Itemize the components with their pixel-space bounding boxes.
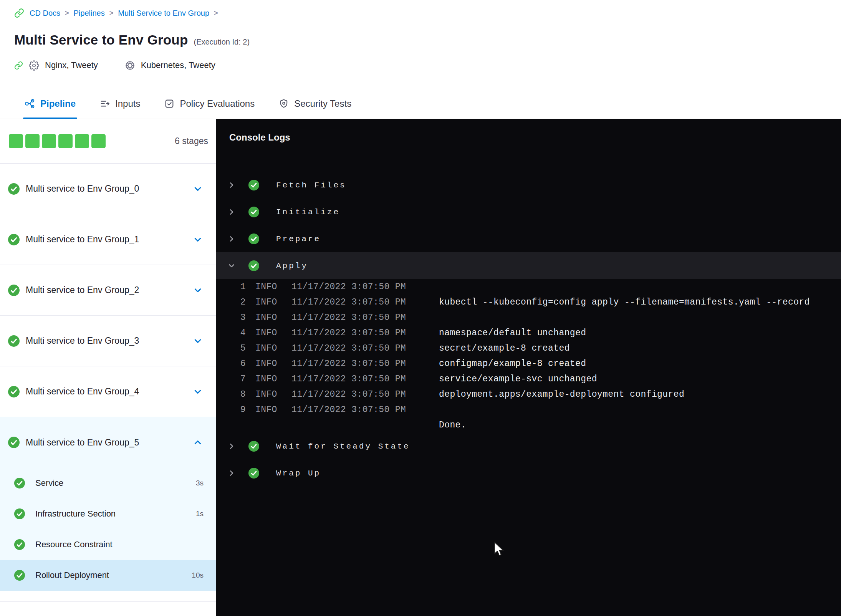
log-line: 3 INFO 11/17/2022 3:07:50 PM: [216, 310, 841, 325]
stage-row-multi-service-to-env-group-1[interactable]: Multi service to Env Group_1: [0, 214, 216, 265]
log-message: kubectl --kubeconfig=config apply --file…: [439, 297, 810, 307]
log-line-number: 7: [235, 374, 246, 384]
breadcrumb-separator: >: [214, 9, 218, 17]
chevron-down-icon[interactable]: [224, 262, 239, 270]
log-line: 2 INFO 11/17/2022 3:07:50 PM kubectl --k…: [216, 295, 841, 310]
sidebar-bottom-divider: [0, 591, 216, 602]
cd-link-icon: [14, 8, 24, 18]
chevron-up-icon[interactable]: [193, 438, 202, 447]
console-log-block: 1 INFO 11/17/2022 3:07:50 PM 2 INFO 11/1…: [216, 279, 841, 433]
step-success-check-icon: [248, 180, 259, 190]
log-level: INFO: [255, 405, 277, 415]
console-step-apply[interactable]: Apply: [216, 252, 841, 279]
step-row-service[interactable]: Service 3s: [0, 468, 216, 498]
step-row-infrastructure-section[interactable]: Infrastructure Section 1s: [0, 498, 216, 529]
stage-progress-squares: [9, 134, 106, 148]
console-step-wrap-up[interactable]: Wrap Up: [216, 460, 841, 487]
console-step-label: Wrap Up: [276, 469, 321, 478]
stage-row-multi-service-to-env-group-5[interactable]: Multi service to Env Group_5: [0, 417, 216, 468]
execution-header: CD Docs>Pipelines>Multi Service to Env G…: [0, 0, 841, 71]
log-line-number: 4: [235, 328, 246, 338]
environments-label: Kubernetes, Tweety: [141, 60, 215, 70]
log-line-number: 6: [235, 359, 246, 369]
step-success-check-icon: [248, 207, 259, 217]
stage-label: Multi service to Env Group_4: [26, 386, 193, 397]
log-line: 7 INFO 11/17/2022 3:07:50 PM service/exa…: [216, 371, 841, 387]
log-timestamp: 11/17/2022 3:07:50 PM: [291, 282, 406, 292]
log-line-number: 9: [235, 405, 246, 415]
stage-success-check-icon: [8, 285, 20, 296]
step-row-resource-constraint[interactable]: Resource Constraint: [0, 529, 216, 560]
step-duration: 10s: [192, 571, 204, 580]
console-step-initialize[interactable]: Initialize: [216, 199, 841, 225]
environment-icon: [125, 60, 135, 71]
log-timestamp: 11/17/2022 3:07:50 PM: [291, 343, 406, 353]
inputs-icon: [99, 98, 110, 109]
pipeline-execution-page: CD Docs>Pipelines>Multi Service to Env G…: [0, 0, 841, 616]
tab-security-tests[interactable]: Security Tests: [277, 88, 353, 119]
console-header: Console Logs: [216, 119, 841, 156]
breadcrumb-separator: >: [109, 9, 114, 17]
log-level: INFO: [255, 297, 277, 307]
log-line: Done.: [216, 417, 841, 433]
console-step-prepare[interactable]: Prepare: [216, 225, 841, 252]
step-row-rollout-deployment[interactable]: Rollout Deployment 10s: [0, 560, 216, 591]
chevron-right-icon[interactable]: [224, 208, 239, 216]
log-timestamp: 11/17/2022 3:07:50 PM: [291, 405, 406, 415]
log-message: configmap/example-8 created: [439, 359, 586, 369]
log-message: Done.: [439, 420, 466, 430]
tab-bar: PipelineInputsPolicy EvaluationsSecurity…: [0, 88, 841, 119]
stages-sidebar: 6 stages Multi service to Env Group_0 Mu…: [0, 119, 216, 616]
console-step-label: Initialize: [276, 208, 340, 217]
log-timestamp: 11/17/2022 3:07:50 PM: [291, 297, 406, 307]
tab-pipeline[interactable]: Pipeline: [23, 88, 77, 119]
chevron-down-icon[interactable]: [193, 184, 202, 194]
log-message: namespace/default unchanged: [439, 328, 586, 338]
policy-checkbox-icon: [164, 98, 175, 109]
stage-row-multi-service-to-env-group-3[interactable]: Multi service to Env Group_3: [0, 316, 216, 366]
chevron-down-icon[interactable]: [193, 286, 202, 295]
step-success-check-icon: [14, 478, 25, 488]
stage-row-multi-service-to-env-group-4[interactable]: Multi service to Env Group_4: [0, 366, 216, 417]
console-logs-title: Console Logs: [229, 132, 290, 143]
breadcrumb-link-pipelines[interactable]: Pipelines: [74, 9, 105, 18]
chevron-right-icon[interactable]: [224, 442, 239, 450]
step-label: Service: [35, 478, 196, 488]
chevron-down-icon[interactable]: [193, 336, 202, 346]
stage-row-multi-service-to-env-group-0[interactable]: Multi service to Env Group_0: [0, 164, 216, 214]
stage-label: Multi service to Env Group_5: [26, 437, 193, 448]
tab-policy-evaluations[interactable]: Policy Evaluations: [162, 88, 256, 119]
stages-summary: 6 stages: [0, 119, 216, 164]
breadcrumb-link-multi-service-to-env-group[interactable]: Multi Service to Env Group: [118, 9, 209, 18]
log-line: 4 INFO 11/17/2022 3:07:50 PM namespace/d…: [216, 325, 841, 341]
chevron-right-icon[interactable]: [224, 469, 239, 477]
stage-count-label: 6 stages: [175, 136, 208, 146]
log-line-number: 2: [235, 297, 246, 307]
stage-row-multi-service-to-env-group-2[interactable]: Multi service to Env Group_2: [0, 265, 216, 316]
breadcrumb-separator: >: [65, 9, 69, 17]
chevron-right-icon[interactable]: [224, 235, 239, 243]
chevron-down-icon[interactable]: [193, 387, 202, 396]
chevron-down-icon[interactable]: [193, 235, 202, 244]
console-step-fetch-files[interactable]: Fetch Files: [216, 172, 841, 199]
tab-inputs[interactable]: Inputs: [98, 88, 142, 119]
console-step-wait-for-steady-state[interactable]: Wait for Steady State: [216, 433, 841, 460]
gear-icon: [29, 60, 39, 71]
breadcrumb-link-cd-docs[interactable]: CD Docs: [30, 9, 60, 18]
stage-label: Multi service to Env Group_1: [26, 234, 193, 245]
console-step-label: Wait for Steady State: [276, 442, 410, 451]
stage-success-square: [25, 134, 40, 148]
log-line: 1 INFO 11/17/2022 3:07:50 PM: [216, 279, 841, 295]
log-line-number: 8: [235, 389, 246, 399]
pipeline-icon: [25, 98, 35, 109]
step-duration: 3s: [196, 479, 204, 487]
stage-label: Multi service to Env Group_3: [26, 336, 193, 346]
log-timestamp: 11/17/2022 3:07:50 PM: [291, 313, 406, 323]
step-label: Resource Constraint: [35, 540, 204, 550]
chevron-right-icon[interactable]: [224, 181, 239, 189]
stage-label: Multi service to Env Group_0: [26, 184, 193, 194]
stage-label: Multi service to Env Group_2: [26, 285, 193, 295]
execution-id: (Execution Id: 2): [194, 38, 250, 46]
stage-success-square: [91, 134, 106, 148]
title-row: Multi Service to Env Group (Execution Id…: [14, 32, 841, 49]
